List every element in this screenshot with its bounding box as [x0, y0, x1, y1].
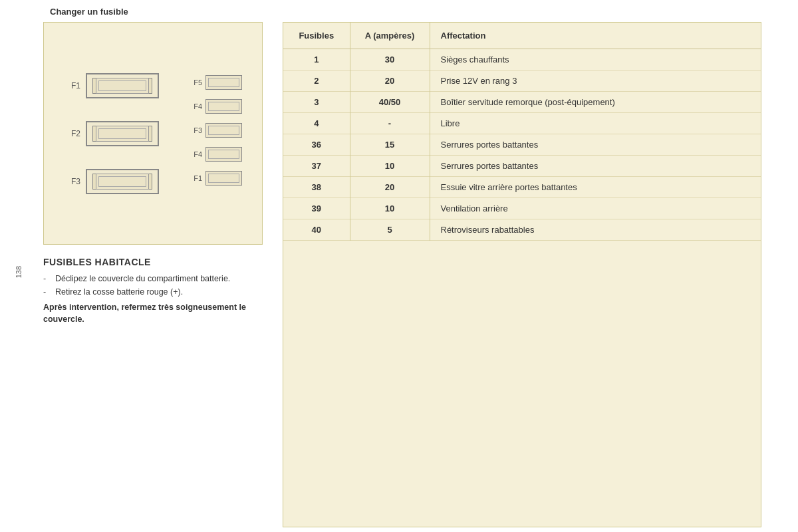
cell-affectation: Libre [430, 113, 761, 134]
table-row: 220Prise 12V en rang 3 [283, 70, 761, 92]
cell-affectation: Sièges chauffants [430, 49, 761, 70]
col-header-amperes: A (ampères) [350, 23, 430, 49]
fuse-label-f4a: F4 [188, 102, 202, 110]
table-row: 340/50Boîtier servitude remorque (post-é… [283, 92, 761, 113]
habitacle-instruction-2: - Retirez la cosse batterie rouge (+). [43, 287, 263, 297]
bullet-2: - [43, 287, 55, 297]
fuse-label-f2: F2 [61, 129, 80, 138]
fuse-diagram: F1 F2 [43, 22, 263, 245]
table-row: 130Sièges chauffants [283, 49, 761, 70]
instruction-text-1: Déclipez le couvercle du compartiment ba… [55, 274, 230, 283]
habitacle-section: FUSIBLES HABITACLE - Déclipez le couverc… [43, 257, 263, 325]
habitacle-instruction-1: - Déclipez le couvercle du compartiment … [43, 274, 263, 283]
fuse-f1-large: F1 [61, 73, 159, 98]
fuse-small-f5 [205, 75, 242, 90]
fuse-f5-small: F5 [188, 75, 242, 90]
page-container: 138 Changer un fusible F1 [0, 0, 798, 532]
fuse-small-f4b [205, 147, 242, 162]
fuse-label-f1: F1 [61, 81, 80, 90]
cell-fusible: 38 [283, 177, 350, 198]
cell-amperes: 20 [350, 177, 430, 198]
cell-amperes: - [350, 113, 430, 134]
fuse-f3-small: F3 [188, 123, 242, 138]
table-row: 405Rétroviseurs rabattables [283, 219, 761, 241]
cell-fusible: 36 [283, 134, 350, 156]
cell-fusible: 4 [283, 113, 350, 134]
cell-amperes: 40/50 [350, 92, 430, 113]
habitacle-title: FUSIBLES HABITACLE [43, 257, 263, 267]
table-row: 4-Libre [283, 113, 761, 134]
fuse-small-f3s [205, 123, 242, 138]
fuse-label-f4b: F4 [188, 150, 202, 158]
instruction-text-2: Retirez la cosse batterie rouge (+). [55, 287, 183, 297]
cell-affectation: Ventilation arrière [430, 198, 761, 219]
cell-fusible: 37 [283, 156, 350, 177]
fuse-label-f1s: F1 [188, 174, 202, 182]
fuse-table: Fusibles A (ampères) Affectation 130Sièg… [283, 23, 761, 241]
fuse-large-body [86, 73, 159, 98]
fuse-large-body-3 [86, 169, 159, 194]
col-header-affectation: Affectation [430, 23, 761, 49]
fuse-f4a-small: F4 [188, 99, 242, 114]
fuse-inner [96, 78, 149, 94]
cell-affectation: Serrures portes battantes [430, 134, 761, 156]
fuse-large-body-2 [86, 121, 159, 146]
fuse-f4b-small: F4 [188, 147, 242, 162]
cell-fusible: 3 [283, 92, 350, 113]
fuse-f2-large: F2 [61, 121, 159, 146]
table-header-row: Fusibles A (ampères) Affectation [283, 23, 761, 49]
cell-amperes: 20 [350, 70, 430, 92]
cell-fusible: 40 [283, 219, 350, 241]
fuse-f1-small: F1 [188, 171, 242, 186]
cell-affectation: Serrures portes battantes [430, 156, 761, 177]
cell-amperes: 5 [350, 219, 430, 241]
cell-amperes: 10 [350, 156, 430, 177]
fuse-table-panel: Fusibles A (ampères) Affectation 130Sièg… [283, 22, 761, 527]
fuse-small-f4a [205, 99, 242, 114]
cell-fusible: 39 [283, 198, 350, 219]
table-row: 3615Serrures portes battantes [283, 134, 761, 156]
fuse-label-f3: F3 [61, 177, 80, 186]
fuse-small-f1s [205, 171, 242, 186]
cell-affectation: Boîtier servitude remorque (post-équipem… [430, 92, 761, 113]
table-row: 3820Essuie vitre arrière portes battante… [283, 177, 761, 198]
table-body: 130Sièges chauffants220Prise 12V en rang… [283, 49, 761, 241]
table-row: 3710Serrures portes battantes [283, 156, 761, 177]
cell-affectation: Rétroviseurs rabattables [430, 219, 761, 241]
cell-fusible: 2 [283, 70, 350, 92]
fuse-inner-3 [96, 174, 149, 190]
cell-affectation: Essuie vitre arrière portes battantes [430, 177, 761, 198]
cell-fusible: 1 [283, 49, 350, 70]
main-content: F1 F2 [0, 22, 798, 527]
fuse-label-f5: F5 [188, 78, 202, 86]
habitacle-warning: Après intervention, refermez très soigne… [43, 302, 263, 325]
col-header-fusibles: Fusibles [283, 23, 350, 49]
cell-amperes: 15 [350, 134, 430, 156]
fuse-inner-2 [96, 126, 149, 142]
page-title: Changer un fusible [0, 0, 798, 22]
page-number: 138 [15, 266, 23, 278]
fuse-label-f3s: F3 [188, 126, 202, 134]
habitacle-instructions: - Déclipez le couvercle du compartiment … [43, 274, 263, 297]
cell-affectation: Prise 12V en rang 3 [430, 70, 761, 92]
fuse-f3-large: F3 [61, 169, 159, 194]
cell-amperes: 10 [350, 198, 430, 219]
table-row: 3910Ventilation arrière [283, 198, 761, 219]
cell-amperes: 30 [350, 49, 430, 70]
bullet-1: - [43, 274, 55, 283]
left-panel: F1 F2 [43, 22, 283, 527]
